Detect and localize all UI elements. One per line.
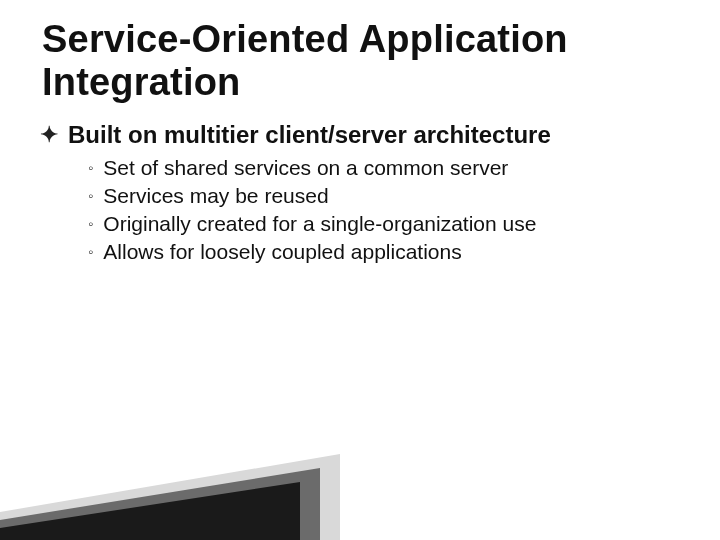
circle-bullet-icon: ◦ <box>88 211 93 237</box>
slide: Service-Oriented Application Integration… <box>0 0 720 540</box>
sub-bullet-list: ◦ Set of shared services on a common ser… <box>88 155 680 266</box>
sub-bullet-text: Set of shared services on a common serve… <box>103 155 508 182</box>
decorative-wedge-icon <box>0 450 720 540</box>
circle-bullet-icon: ◦ <box>88 155 93 181</box>
bullet-marker-icon: ✦ <box>40 121 58 149</box>
list-item: ◦ Originally created for a single-organi… <box>88 211 680 238</box>
list-item: ◦ Services may be reused <box>88 183 680 210</box>
bullet-level1: ✦ Built on multitier client/server archi… <box>40 121 680 149</box>
bullet-text: Built on multitier client/server archite… <box>68 121 551 149</box>
circle-bullet-icon: ◦ <box>88 239 93 265</box>
sub-bullet-text: Originally created for a single-organiza… <box>103 211 536 238</box>
list-item: ◦ Allows for loosely coupled application… <box>88 239 680 266</box>
sub-bullet-text: Services may be reused <box>103 183 328 210</box>
svg-marker-0 <box>0 454 340 540</box>
circle-bullet-icon: ◦ <box>88 183 93 209</box>
slide-title: Service-Oriented Application Integration <box>42 18 680 103</box>
svg-marker-1 <box>0 468 320 540</box>
list-item: ◦ Set of shared services on a common ser… <box>88 155 680 182</box>
sub-bullet-text: Allows for loosely coupled applications <box>103 239 461 266</box>
svg-marker-2 <box>0 482 300 540</box>
